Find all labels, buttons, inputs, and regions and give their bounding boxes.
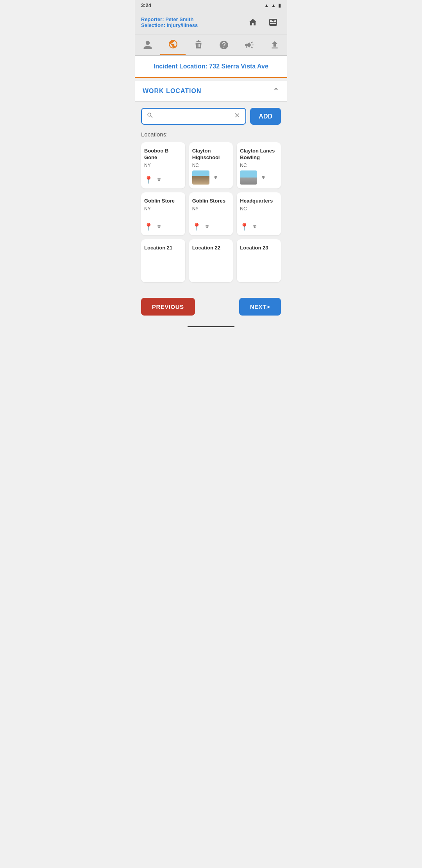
status-bar: 3:24 ▲ ▲ ▮ [135, 0, 287, 11]
selection-line: Selection: Injury/Illness [141, 22, 245, 28]
location-name: Clayton Highschool [192, 148, 230, 161]
location-state: NY [192, 206, 199, 212]
selection-label: Selection: [141, 22, 165, 28]
signal-icon: ▲ [264, 3, 269, 8]
location-card-location-21[interactable]: Location 21 [141, 239, 185, 282]
search-row: ADD [141, 108, 281, 125]
location-state: NC [240, 206, 247, 212]
location-card-location-22[interactable]: Location 22 [189, 239, 233, 282]
locations-grid: Booboo B Gone NY 📍 Clayton Highschool NC [141, 142, 281, 282]
location-name: Goblin Stores [192, 198, 225, 204]
location-name: Booboo B Gone [144, 148, 182, 161]
chevron-up-icon: ⌃ [273, 86, 279, 96]
status-time: 3:24 [141, 2, 151, 8]
tab-upload[interactable] [262, 34, 287, 55]
header: Reporter: Peter Smith Selection: Injury/… [135, 11, 287, 34]
header-info: Reporter: Peter Smith Selection: Injury/… [141, 16, 245, 28]
location-card-headquarters[interactable]: Headquarters NC 📍 [237, 192, 281, 235]
tab-globe[interactable] [160, 34, 186, 55]
location-name: Location 23 [240, 245, 268, 251]
tab-worker[interactable] [186, 34, 211, 55]
location-name: Goblin Store [144, 198, 175, 204]
pin-icon: 📍 [192, 222, 201, 231]
chevron-down-icon [155, 222, 163, 231]
location-name: Clayton Lanes Bowling [240, 148, 278, 161]
chevron-down-icon [212, 173, 220, 182]
previous-button[interactable]: PREVIOUS [141, 298, 195, 316]
location-card-bottom: 📍 [144, 222, 182, 231]
location-card-bottom [192, 170, 230, 185]
location-card-bottom: 📍 [192, 222, 230, 231]
chevron-down-icon [155, 175, 163, 185]
location-state: NY [144, 163, 151, 168]
chevron-down-icon [251, 222, 259, 231]
location-thumbnail [240, 170, 257, 185]
next-button[interactable]: NEXT> [239, 298, 281, 316]
search-input[interactable] [157, 113, 234, 120]
location-card-bottom: 📍 [144, 175, 182, 185]
work-location-title: WORK LOCATION [143, 88, 201, 95]
location-name: Location 21 [144, 245, 172, 251]
reporter-label: Reporter: [141, 16, 164, 22]
incident-banner: Incident Location: 732 Sierra Vista Ave [135, 56, 287, 78]
pin-icon: 📍 [240, 222, 249, 231]
location-thumbnail [192, 170, 209, 185]
content-area: ADD Locations: Booboo B Gone NY 📍 Clayto… [135, 102, 287, 289]
tab-megaphone[interactable] [236, 34, 262, 55]
location-card-goblin-store[interactable]: Goblin Store NY 📍 [141, 192, 185, 235]
reporter-line: Reporter: Peter Smith [141, 16, 245, 22]
search-input-wrap[interactable] [141, 108, 246, 125]
location-card-location-23[interactable]: Location 23 [237, 239, 281, 282]
location-card-clayton-highschool[interactable]: Clayton Highschool NC [189, 142, 233, 188]
location-state: NC [192, 163, 199, 168]
header-icons [245, 14, 281, 30]
add-button[interactable]: ADD [250, 108, 281, 125]
selection-value: Injury/Illness [167, 22, 198, 28]
home-button[interactable] [245, 14, 261, 30]
location-name: Location 22 [192, 245, 220, 251]
reporter-name: Peter Smith [165, 16, 193, 22]
location-state: NC [240, 163, 247, 168]
location-card-bottom [240, 170, 278, 185]
location-card-goblin-stores[interactable]: Goblin Stores NY 📍 [189, 192, 233, 235]
home-bar [188, 326, 234, 327]
nav-tabs [135, 34, 287, 56]
locations-label: Locations: [141, 131, 281, 138]
search-icon [147, 112, 154, 121]
location-state: NY [144, 206, 151, 212]
clear-icon[interactable] [234, 112, 241, 121]
chevron-down-icon [259, 173, 267, 182]
location-card-bottom: 📍 [240, 222, 278, 231]
tab-question[interactable] [211, 34, 236, 55]
pin-icon: 📍 [144, 176, 153, 184]
location-name: Headquarters [240, 198, 273, 204]
incident-location-text: Incident Location: 732 Sierra Vista Ave [154, 63, 268, 70]
location-card-booboo-b-gone[interactable]: Booboo B Gone NY 📍 [141, 142, 185, 188]
pin-icon: 📍 [144, 222, 153, 231]
battery-icon: ▮ [278, 3, 281, 8]
work-location-section[interactable]: WORK LOCATION ⌃ [135, 81, 287, 102]
bottom-nav: PREVIOUS NEXT> [135, 292, 287, 322]
status-icons: ▲ ▲ ▮ [264, 3, 281, 8]
home-indicator [135, 322, 287, 330]
chevron-down-icon [203, 222, 211, 231]
export-button[interactable] [265, 14, 281, 30]
location-card-clayton-lanes-bowling[interactable]: Clayton Lanes Bowling NC [237, 142, 281, 188]
tab-person[interactable] [135, 34, 160, 55]
wifi-icon: ▲ [271, 3, 276, 8]
